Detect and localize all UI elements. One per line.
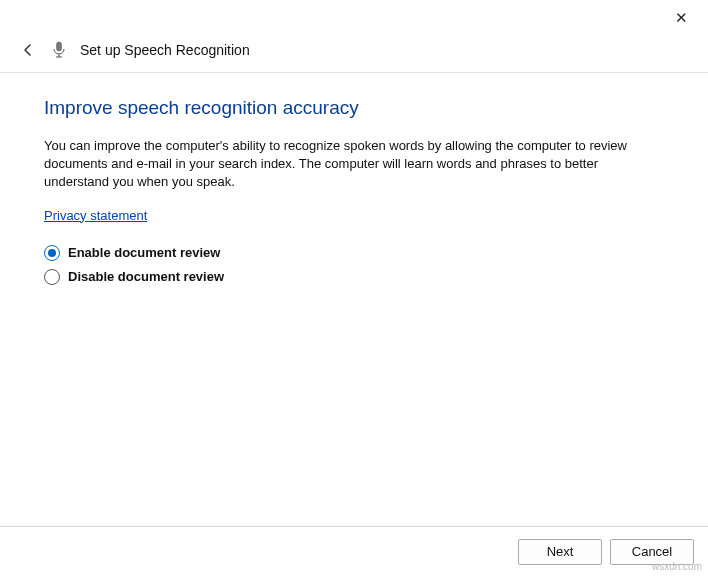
enable-document-review-radio[interactable]: Enable document review bbox=[44, 245, 664, 261]
radio-dot-icon bbox=[48, 249, 56, 257]
cancel-button[interactable]: Cancel bbox=[610, 539, 694, 565]
arrow-left-icon bbox=[20, 42, 36, 58]
close-icon: ✕ bbox=[675, 9, 688, 27]
microphone-icon bbox=[50, 41, 68, 59]
next-button[interactable]: Next bbox=[518, 539, 602, 565]
svg-rect-0 bbox=[57, 42, 62, 51]
wizard-header: Set up Speech Recognition bbox=[0, 36, 708, 73]
privacy-statement-link[interactable]: Privacy statement bbox=[44, 208, 147, 223]
document-review-radio-group: Enable document review Disable document … bbox=[44, 245, 664, 285]
disable-document-review-radio[interactable]: Disable document review bbox=[44, 269, 664, 285]
wizard-title: Set up Speech Recognition bbox=[80, 42, 250, 58]
wizard-content: Improve speech recognition accuracy You … bbox=[0, 73, 708, 305]
radio-label: Enable document review bbox=[68, 245, 220, 260]
page-heading: Improve speech recognition accuracy bbox=[44, 97, 664, 119]
back-button[interactable] bbox=[18, 40, 38, 60]
radio-icon bbox=[44, 269, 60, 285]
radio-icon bbox=[44, 245, 60, 261]
titlebar: ✕ bbox=[0, 0, 708, 36]
radio-label: Disable document review bbox=[68, 269, 224, 284]
close-button[interactable]: ✕ bbox=[666, 3, 696, 33]
wizard-footer: Next Cancel bbox=[0, 526, 708, 576]
page-description: You can improve the computer's ability t… bbox=[44, 137, 644, 192]
